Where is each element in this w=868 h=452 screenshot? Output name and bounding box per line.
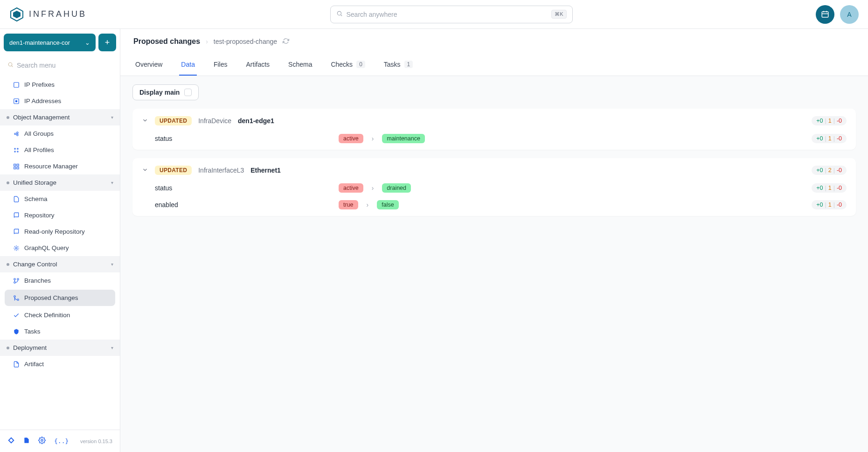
svg-marker-1 [13,11,21,18]
tab-files[interactable]: Files [212,54,229,76]
sidebar-item-repository[interactable]: Repository [0,207,120,223]
svg-point-27 [17,278,19,280]
breadcrumb-sub: test-proposed-change [214,38,277,45]
sidebar-item-graphql-query[interactable]: GraphQL Query [0,240,120,256]
old-value-pill: active [339,134,363,143]
kind-label: InfraDevice [198,117,231,125]
old-value-pill: active [339,183,363,193]
svg-point-26 [14,281,16,283]
logo[interactable]: INFRAHUB [9,7,87,22]
notifications-button[interactable] [816,5,834,24]
svg-point-25 [14,278,16,280]
display-main-toggle[interactable]: Display main [132,84,199,100]
chevron-down-icon: ▾ [111,262,113,267]
branch-icon [13,278,20,284]
svg-point-29 [14,295,16,297]
tab-checks[interactable]: Checks0 [329,54,367,76]
code-icon[interactable]: {..} [54,438,69,445]
breadcrumb-main[interactable]: Proposed changes [133,37,200,46]
object-name: den1-edge1 [238,117,274,125]
avatar[interactable]: A [840,5,859,24]
sidebar-item-read-only-repository[interactable]: Read-only Repository [0,223,120,240]
tab-tasks[interactable]: Tasks1 [382,54,415,76]
sidebar-section-change-control[interactable]: Change Control▾ [0,256,120,272]
git-icon[interactable] [7,437,15,445]
sidebar-nav: IP PrefixesIP AddressesObject Management… [0,76,120,430]
sidebar-item-schema[interactable]: Schema [0,191,120,207]
branch-selector[interactable]: den1-maintenance-cor ⌄ [4,34,96,51]
sidebar-item-check-definition[interactable]: Check Definition [0,307,120,323]
refresh-icon[interactable] [283,38,289,46]
sidebar: den1-maintenance-cor ⌄ + IP PrefixesIP A… [0,29,120,452]
tab-schema[interactable]: Schema [286,54,314,76]
new-value-pill: drained [382,183,411,193]
svg-rect-4 [822,12,828,17]
tab-overview[interactable]: Overview [133,54,164,76]
main: Proposed changes › test-proposed-change … [120,29,868,452]
diff-card-header[interactable]: UPDATEDInfraDeviceden1-edge1+0|1|-0 [132,111,856,130]
diff-counts: +0|1|-0 [812,134,847,143]
svg-rect-22 [14,167,16,169]
sidebar-item-tasks[interactable]: Tasks [0,323,120,340]
sidebar-item-all-groups[interactable]: All Groups [0,125,120,142]
sidebar-item-branches[interactable]: Branches [0,272,120,289]
svg-rect-23 [17,167,19,169]
svg-rect-10 [14,82,19,87]
search-bar[interactable]: ⌘K [330,6,573,23]
sidebar-footer: {..} version 0.15.3 [0,430,120,452]
diff-attr-row: enabledtrue›false+0|1|-0 [132,196,856,213]
search-menu-input[interactable] [4,58,116,73]
arrow-right-icon: › [370,135,376,142]
search-input[interactable] [347,11,548,18]
arrow-right-icon: › [365,201,371,209]
svg-point-2 [337,11,341,15]
sidebar-item-resource-manager[interactable]: Resource Manager [0,158,120,174]
chevron-down-icon: ▾ [111,345,113,350]
svg-point-17 [17,148,18,149]
svg-point-12 [15,100,17,102]
search-shortcut: ⌘K [551,10,566,19]
chevron-down-icon[interactable] [142,117,148,125]
svg-point-13 [14,133,16,135]
sidebar-item-all-profiles[interactable]: All Profiles [0,142,120,158]
address-icon [13,98,20,104]
svg-point-24 [15,247,17,249]
profile-icon [13,147,20,153]
sidebar-item-ip-addresses[interactable]: IP Addresses [0,93,120,109]
gear-icon[interactable] [38,437,46,445]
document-icon[interactable] [23,437,30,445]
svg-point-28 [17,299,19,300]
diff-counts: +0|2|-0 [812,166,847,175]
tab-artifacts[interactable]: Artifacts [244,54,272,76]
attr-label: status [155,184,332,192]
attr-label: status [155,135,332,142]
new-value-pill: false [377,200,398,209]
sidebar-section-object-management[interactable]: Object Management▾ [0,109,120,125]
sidebar-item-ip-prefixes[interactable]: IP Prefixes [0,76,120,93]
sidebar-item-proposed-changes[interactable]: Proposed Changes [5,290,115,306]
svg-point-19 [17,151,18,152]
search-icon [336,10,343,18]
display-main-label: Display main [139,89,180,96]
diff-card-header[interactable]: UPDATEDInfraInterfaceL3Ethernet1+0|2|-0 [132,161,856,180]
sidebar-section-unified-storage[interactable]: Unified Storage▾ [0,174,120,191]
header-right: A [816,5,859,24]
diff-attr-row: statusactive›maintenance+0|1|-0 [132,130,856,147]
chevron-down-icon[interactable] [142,167,148,174]
tab-data[interactable]: Data [179,54,197,76]
sidebar-item-artifact[interactable]: Artifact [0,356,120,372]
diff-attr-row: statusactive›drained+0|1|-0 [132,180,856,196]
sidebar-section-deployment[interactable]: Deployment▾ [0,340,120,356]
artifact-icon [13,361,20,368]
add-branch-button[interactable]: + [98,34,116,51]
diff-card: UPDATEDInfraInterfaceL3Ethernet1+0|2|-0s… [132,158,856,216]
svg-point-30 [41,439,43,441]
repo-icon [13,229,20,235]
attr-label: enabled [155,201,332,209]
version-label: version 0.15.3 [80,438,112,444]
diff-counts: +0|1|-0 [812,200,847,209]
logo-icon [9,7,24,22]
task-icon [13,328,20,335]
tabs: OverviewDataFilesArtifactsSchemaChecks0T… [120,54,868,76]
svg-rect-20 [14,164,16,166]
